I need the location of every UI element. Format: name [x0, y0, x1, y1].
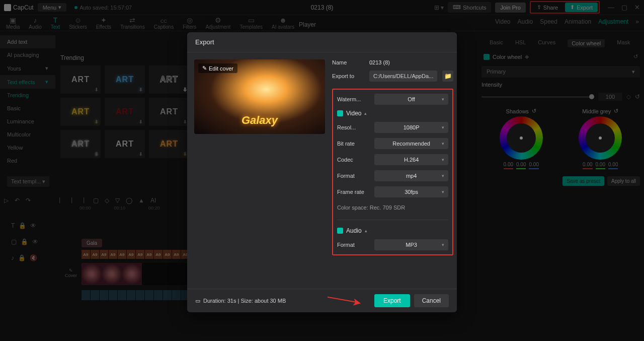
exportto-label: Export to: [332, 73, 364, 79]
format-select[interactable]: mp4: [374, 170, 448, 181]
cover-text: Galaxy: [242, 114, 278, 127]
bitrate-label: Bit rate: [337, 141, 369, 147]
cancel-button[interactable]: Cancel: [414, 294, 449, 307]
divider: [337, 220, 448, 220]
duration-info: ▭ Duration: 31s | Size: about 30 MB: [195, 298, 286, 304]
resolution-label: Resol...: [337, 124, 369, 130]
name-value[interactable]: 0213 (8): [369, 59, 390, 65]
chevron-up-icon[interactable]: ▴: [364, 111, 367, 116]
folder-button[interactable]: 📁: [442, 71, 453, 82]
modal-title: Export: [187, 32, 457, 52]
audio-format-select[interactable]: MP3: [374, 239, 448, 250]
exportto-input[interactable]: C:/Users/DELL/AppDa...: [369, 71, 437, 82]
audio-format-label: Format: [337, 242, 369, 248]
chevron-up-icon[interactable]: ▴: [365, 228, 367, 233]
watermark-label: Waterm...: [337, 96, 369, 102]
codec-select[interactable]: H.264: [374, 154, 448, 165]
resolution-select[interactable]: 1080P: [374, 122, 448, 133]
cover-preview: ✎Edit cover Galaxy: [194, 59, 325, 134]
film-icon: ▭: [195, 298, 200, 304]
export-button[interactable]: Export: [374, 294, 410, 307]
format-label: Format: [337, 173, 369, 179]
watermark-select[interactable]: Off: [374, 94, 448, 105]
framerate-label: Frame rate: [337, 189, 369, 195]
export-modal: Export ✎Edit cover Galaxy Name 0213 (8) …: [187, 32, 457, 312]
edit-cover-button[interactable]: ✎Edit cover: [198, 63, 237, 73]
folder-icon: 📁: [444, 73, 452, 80]
video-section-label: Video: [346, 110, 361, 117]
codec-label: Codec: [337, 157, 369, 163]
name-label: Name: [332, 59, 364, 65]
framerate-select[interactable]: 30fps: [374, 186, 448, 197]
colorspace-info: Color space: Rec. 709 SDR: [337, 202, 448, 213]
video-checkbox[interactable]: [337, 110, 343, 116]
audio-checkbox[interactable]: [337, 228, 343, 234]
highlight-export-settings: Waterm... Off Video ▴ Resol... 1080P Bit…: [332, 89, 453, 255]
audio-section-label: Audio: [346, 227, 362, 234]
pencil-icon: ✎: [202, 65, 207, 72]
bitrate-select[interactable]: Recommended: [374, 138, 448, 149]
